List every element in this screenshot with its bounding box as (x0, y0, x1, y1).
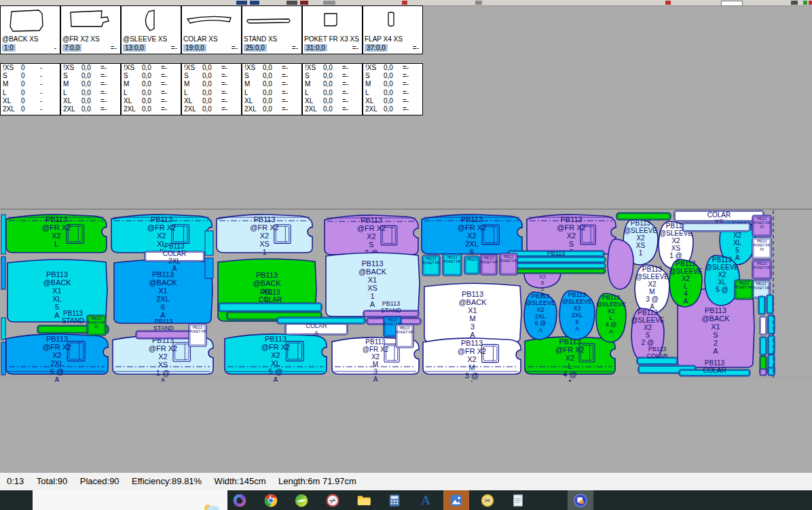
taskbar-search-box[interactable] (33, 490, 227, 510)
size-quantity-table[interactable]: !XS0-S0-M0-L0-XL0-2XL0- (0, 63, 60, 115)
piece-id-value[interactable]: 7:0,0 (62, 44, 81, 52)
size-quantity-value: 0,0 (142, 89, 151, 97)
taskbar-icon-browser-green[interactable] (289, 490, 314, 510)
marker-piece-front[interactable]: PB113@FR X2X2XS1 (217, 215, 312, 256)
marker-piece-sliver[interactable] (1, 342, 5, 375)
taskbar-icon-notepad[interactable] (505, 490, 531, 510)
marker-piece-sleeve[interactable]: PB113@SLEEVEX22XL6A (559, 291, 595, 340)
marker-piece-sleeve[interactable] (608, 239, 633, 289)
piece-label-line: A (54, 376, 60, 382)
marker-piece-pocket[interactable]: PB113POKET FR (735, 280, 753, 299)
taskbar-icon-copilot[interactable] (227, 490, 253, 510)
marker-piece-strip[interactable] (277, 317, 365, 324)
size-quantity-table[interactable]: !XS0,0=-S0,0=-M0,0=-L0,0=-XL0,0=-2XL0,0=… (60, 63, 121, 115)
marker-piece-flap[interactable] (768, 315, 775, 334)
marker-piece-pocket[interactable]: PB113POKET FRX3 (87, 315, 106, 335)
marker-piece-strip[interactable] (682, 223, 750, 232)
toolbar-button-fragment[interactable] (300, 1, 308, 5)
marker-piece-back[interactable]: PB113@BACKX1M3A (424, 283, 521, 342)
marker-piece-sleeve[interactable]: PB113@SLEEVEX2L4A (669, 259, 702, 307)
size-quantity-table[interactable]: !XS0,0=-S0,0=-M0,0=-L0,0=-XL0,0=-2XL0,0=… (302, 63, 363, 115)
marker-piece-sliver[interactable] (1, 257, 5, 289)
toolbar-button-fragment[interactable] (803, 1, 807, 5)
piece-panel-collar[interactable]: COLAR XS19:0,0=- (181, 5, 242, 54)
toolbar-button-fragment[interactable] (665, 1, 671, 5)
piece-panel-pocket[interactable]: POKET FR X3 XS31:0,0=- (302, 5, 363, 54)
marker-piece-pocket[interactable]: PB113POKET FR (443, 254, 462, 276)
toolbar-button-fragment[interactable] (323, 1, 335, 5)
marker-piece-strip[interactable] (616, 213, 671, 220)
taskbar-icon-snip-red[interactable]: ✂ (320, 490, 346, 510)
size-quantity-table[interactable]: !XS0,0=-S0,0=-M0,0=-L0,0=-XL0,0=-2XL0,0=… (121, 63, 181, 115)
marker-piece-sliver[interactable] (1, 215, 5, 254)
marker-piece-sleeve[interactable]: PB113@SLEEVEX2M3 @A (635, 265, 669, 314)
marker-piece-front[interactable]: PB113@FR X2X2L (6, 215, 107, 253)
marker-piece-pocket[interactable]: PB113POKET FR (481, 255, 498, 275)
marker-piece-pocket[interactable]: PB113 (464, 256, 479, 274)
toolbar-button-fragment[interactable] (475, 1, 482, 5)
size-quantity-table[interactable]: !XS0,0=-S0,0=-M0,0=-L0,0=-XL0,0=-2XL0,0=… (242, 63, 302, 115)
taskbar-icon-photos[interactable] (443, 490, 469, 510)
marker-piece-flap[interactable] (760, 369, 767, 376)
piece-id-value[interactable]: 37:0,0 (365, 44, 388, 52)
marker-piece-flap[interactable] (767, 295, 773, 314)
piece-id-value[interactable]: 13:0,0 (123, 44, 146, 52)
piece-id-value[interactable]: 19:0,0 (183, 44, 206, 52)
marker-piece-back[interactable]: PB113@BACKX12XL6A (114, 259, 213, 323)
marker-piece-sliver[interactable] (205, 258, 213, 278)
toolbar-button-fragment[interactable] (721, 1, 743, 6)
piece-panel-back[interactable]: @BACK XS1:0- (0, 5, 60, 54)
taskbar-icon-scissors-gold[interactable]: ✂ (475, 490, 500, 510)
piece-panel-flap[interactable]: FLAP X4 XS37:0,0=- (363, 5, 423, 54)
marker-piece-front[interactable]: PB113@FR X2X2S2 @ (325, 215, 418, 257)
taskbar-icon-chrome[interactable] (258, 490, 284, 510)
taskbar-icon-explorer[interactable] (351, 490, 377, 510)
marker-piece-flap[interactable] (758, 296, 765, 314)
size-quantity-table[interactable]: !XS0,0=-S0,0=-M0,0=-L0,0=-XL0,0=-2XL0,0=… (363, 63, 423, 115)
marker-piece-strip[interactable] (512, 268, 606, 274)
toolbar-button-fragment[interactable] (250, 1, 259, 5)
toolbar-button-fragment[interactable] (236, 1, 247, 5)
toolbar-button-fragment[interactable] (287, 1, 297, 5)
piece-panel-stand[interactable]: STAND XS25:0,0=- (242, 5, 302, 54)
marker-piece-pocket[interactable]: PB113POKET FR (422, 255, 440, 276)
marker-piece-sliver[interactable] (1, 318, 5, 340)
marker-piece-pocket[interactable]: PB113POKET FR (752, 260, 771, 279)
marker-piece-front[interactable]: PB113@FR X2X2XL5 (111, 215, 212, 256)
piece-id-value[interactable]: 31:0,0 (304, 44, 327, 52)
marker-piece-front[interactable]: PB113@FR X2X2M3 @A (423, 338, 521, 382)
marker-piece-sliver[interactable] (205, 231, 213, 255)
piece-label-line: @FR X2 (147, 223, 176, 232)
marker-piece-front[interactable]: PB113@FR X2X22XL6 @A (6, 334, 108, 382)
piece-label-line: X1 (468, 306, 477, 314)
marker-piece-front[interactable]: PB113@FR X2X2XL5 @A (225, 334, 327, 382)
marker-piece-back[interactable]: PB113@BACKX1XS1A (326, 253, 420, 316)
taskbar-icon-calculator[interactable] (382, 490, 407, 510)
marker-piece-back[interactable]: PB113@BACKX1XL5A (7, 259, 107, 322)
size-quantity-value: 0,0 (323, 89, 333, 97)
toolbar-button-fragment[interactable] (791, 1, 798, 5)
marker-piece-sleeve[interactable]: PB113@SLEEVEX2XL5 @ (705, 255, 739, 306)
piece-id-value[interactable]: 1:0 (2, 44, 16, 52)
marker-piece-pocket[interactable]: PB113POKET FR (500, 253, 517, 275)
taskbar-icon-app-a[interactable]: A (413, 490, 439, 510)
marker-piece-strip[interactable] (509, 257, 606, 263)
marker-piece-flap[interactable] (760, 337, 767, 355)
marker-canvas[interactable]: PB113@FR X2X2LPB113@FR X2X2XL5PB113@FR X… (0, 208, 812, 382)
marker-piece-sleeve[interactable]: PB113@SLEEVEX2L4 @A (596, 293, 626, 342)
toolbar-button-fragment[interactable] (402, 1, 407, 5)
piece-panel-front[interactable]: @FR X2 XS7:0,0=- (60, 5, 121, 54)
marker-piece-pocket[interactable]: PB113POKET FR (396, 325, 413, 348)
piece-id-value[interactable]: 25:0,0 (244, 44, 267, 52)
marker-piece-flap[interactable] (760, 316, 767, 335)
marker-piece-sleeve[interactable]: PB113@SLEEVEX22XL6 @A (524, 292, 557, 340)
marker-piece-pocket[interactable]: PB113POKET FRX3 (752, 238, 771, 259)
marker-piece-pocket[interactable]: PB113POKET FRX3 (752, 215, 771, 236)
piece-panel-sleeve[interactable]: @SLEEVE XS13:0,0=- (121, 5, 181, 54)
size-quantity-table[interactable]: !XS0,0=-S0,0=-M0,0=-L0,0=-XL0,0=-2XL0,0=… (181, 63, 242, 115)
marker-piece-pocket[interactable]: PB113POKET FR (189, 324, 206, 346)
piece-label-line: @FR X2 (555, 346, 584, 354)
toolbar-button-fragment[interactable] (809, 1, 812, 5)
marker-piece-front[interactable]: PB113@FR X2X2L4 @A (525, 337, 615, 382)
taskbar-icon-marker-app[interactable] (568, 490, 593, 510)
